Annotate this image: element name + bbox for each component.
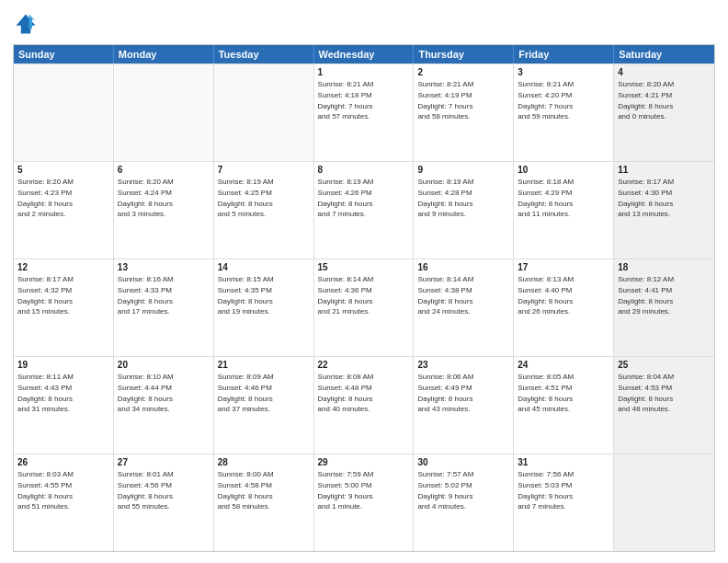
day-cell-31: 31Sunrise: 7:56 AMSunset: 5:03 PMDayligh… xyxy=(514,454,614,551)
day-number: 20 xyxy=(118,360,210,370)
day-cell-26: 26Sunrise: 8:03 AMSunset: 4:55 PMDayligh… xyxy=(14,454,114,551)
day-cell-19: 19Sunrise: 8:11 AMSunset: 4:43 PMDayligh… xyxy=(14,357,114,454)
empty-cell-0-2 xyxy=(214,64,314,161)
empty-cell-0-1 xyxy=(114,64,214,161)
day-cell-21: 21Sunrise: 8:09 AMSunset: 4:46 PMDayligh… xyxy=(214,357,314,454)
cell-info: Sunrise: 8:21 AMSunset: 4:18 PMDaylight:… xyxy=(318,80,374,121)
day-number: 12 xyxy=(17,262,109,272)
day-number: 6 xyxy=(118,165,210,175)
day-number: 24 xyxy=(518,360,609,370)
day-header-wednesday: Wednesday xyxy=(314,45,415,63)
day-cell-25: 25Sunrise: 8:04 AMSunset: 4:53 PMDayligh… xyxy=(614,357,714,454)
day-number: 4 xyxy=(618,67,711,77)
cell-info: Sunrise: 8:00 AMSunset: 4:58 PMDaylight:… xyxy=(218,470,274,511)
cell-info: Sunrise: 8:09 AMSunset: 4:46 PMDaylight:… xyxy=(218,373,274,413)
day-number: 23 xyxy=(417,360,509,370)
day-cell-30: 30Sunrise: 7:57 AMSunset: 5:02 PMDayligh… xyxy=(414,454,514,551)
day-cell-22: 22Sunrise: 8:08 AMSunset: 4:48 PMDayligh… xyxy=(314,357,415,454)
cell-info: Sunrise: 8:06 AMSunset: 4:49 PMDaylight:… xyxy=(417,373,473,413)
day-number: 5 xyxy=(17,165,109,175)
cell-info: Sunrise: 8:05 AMSunset: 4:51 PMDaylight:… xyxy=(518,373,574,413)
day-cell-9: 9Sunrise: 8:19 AMSunset: 4:28 PMDaylight… xyxy=(414,162,514,259)
day-number: 8 xyxy=(318,165,410,175)
cell-info: Sunrise: 8:15 AMSunset: 4:35 PMDaylight:… xyxy=(218,275,274,316)
day-header-sunday: Sunday xyxy=(14,45,114,63)
cell-info: Sunrise: 8:19 AMSunset: 4:25 PMDaylight:… xyxy=(218,178,274,218)
day-number: 11 xyxy=(618,165,711,175)
day-cell-1: 1Sunrise: 8:21 AMSunset: 4:18 PMDaylight… xyxy=(314,64,415,161)
cell-info: Sunrise: 8:01 AMSunset: 4:56 PMDaylight:… xyxy=(118,470,174,511)
day-number: 30 xyxy=(417,457,509,467)
day-cell-7: 7Sunrise: 8:19 AMSunset: 4:25 PMDaylight… xyxy=(214,162,314,259)
cell-info: Sunrise: 8:20 AMSunset: 4:21 PMDaylight:… xyxy=(618,80,674,121)
day-cell-24: 24Sunrise: 8:05 AMSunset: 4:51 PMDayligh… xyxy=(514,357,614,454)
logo xyxy=(13,11,42,37)
cell-info: Sunrise: 8:11 AMSunset: 4:43 PMDaylight:… xyxy=(17,373,74,413)
day-cell-28: 28Sunrise: 8:00 AMSunset: 4:58 PMDayligh… xyxy=(214,454,314,551)
empty-cell-4-6 xyxy=(614,454,714,551)
cell-info: Sunrise: 7:59 AMSunset: 5:00 PMDaylight:… xyxy=(318,470,374,511)
calendar-row-4: 19Sunrise: 8:11 AMSunset: 4:43 PMDayligh… xyxy=(14,356,714,454)
cell-info: Sunrise: 8:03 AMSunset: 4:55 PMDaylight:… xyxy=(17,470,74,511)
cell-info: Sunrise: 8:21 AMSunset: 4:19 PMDaylight:… xyxy=(417,80,473,121)
cell-info: Sunrise: 8:20 AMSunset: 4:23 PMDaylight:… xyxy=(17,178,74,218)
day-cell-18: 18Sunrise: 8:12 AMSunset: 4:41 PMDayligh… xyxy=(614,259,714,356)
day-cell-17: 17Sunrise: 8:13 AMSunset: 4:40 PMDayligh… xyxy=(514,259,614,356)
cell-info: Sunrise: 8:21 AMSunset: 4:20 PMDaylight:… xyxy=(518,80,574,121)
calendar-row-3: 12Sunrise: 8:17 AMSunset: 4:32 PMDayligh… xyxy=(14,259,714,356)
day-cell-12: 12Sunrise: 8:17 AMSunset: 4:32 PMDayligh… xyxy=(14,259,114,356)
cell-info: Sunrise: 8:17 AMSunset: 4:32 PMDaylight:… xyxy=(17,275,74,316)
day-cell-8: 8Sunrise: 8:19 AMSunset: 4:26 PMDaylight… xyxy=(314,162,415,259)
svg-marker-1 xyxy=(29,15,36,29)
calendar-row-1: 1Sunrise: 8:21 AMSunset: 4:18 PMDaylight… xyxy=(14,63,714,161)
day-cell-6: 6Sunrise: 8:20 AMSunset: 4:24 PMDaylight… xyxy=(114,162,214,259)
day-number: 22 xyxy=(318,360,410,370)
calendar: SundayMondayTuesdayWednesdayThursdayFrid… xyxy=(13,44,715,552)
day-cell-4: 4Sunrise: 8:20 AMSunset: 4:21 PMDaylight… xyxy=(614,64,714,161)
cell-info: Sunrise: 8:10 AMSunset: 4:44 PMDaylight:… xyxy=(118,373,174,413)
day-number: 15 xyxy=(318,262,410,272)
day-number: 9 xyxy=(417,165,509,175)
calendar-row-5: 26Sunrise: 8:03 AMSunset: 4:55 PMDayligh… xyxy=(14,454,714,551)
day-cell-27: 27Sunrise: 8:01 AMSunset: 4:56 PMDayligh… xyxy=(114,454,214,551)
day-header-monday: Monday xyxy=(114,45,214,63)
cell-info: Sunrise: 8:14 AMSunset: 4:38 PMDaylight:… xyxy=(417,275,473,316)
day-cell-29: 29Sunrise: 7:59 AMSunset: 5:00 PMDayligh… xyxy=(314,454,415,551)
day-number: 13 xyxy=(118,262,210,272)
day-number: 2 xyxy=(417,67,509,77)
day-cell-15: 15Sunrise: 8:14 AMSunset: 4:36 PMDayligh… xyxy=(314,259,415,356)
cell-info: Sunrise: 8:13 AMSunset: 4:40 PMDaylight:… xyxy=(518,275,574,316)
day-number: 21 xyxy=(218,360,310,370)
cell-info: Sunrise: 8:12 AMSunset: 4:41 PMDaylight:… xyxy=(618,275,674,316)
day-number: 18 xyxy=(618,262,711,272)
calendar-body: 1Sunrise: 8:21 AMSunset: 4:18 PMDaylight… xyxy=(14,63,714,551)
day-number: 1 xyxy=(318,67,410,77)
day-cell-11: 11Sunrise: 8:17 AMSunset: 4:30 PMDayligh… xyxy=(614,162,714,259)
cell-info: Sunrise: 8:18 AMSunset: 4:29 PMDaylight:… xyxy=(518,178,574,218)
day-number: 19 xyxy=(17,360,109,370)
day-number: 31 xyxy=(518,457,609,467)
day-cell-13: 13Sunrise: 8:16 AMSunset: 4:33 PMDayligh… xyxy=(114,259,214,356)
calendar-row-2: 5Sunrise: 8:20 AMSunset: 4:23 PMDaylight… xyxy=(14,161,714,259)
day-number: 10 xyxy=(518,165,609,175)
day-cell-2: 2Sunrise: 8:21 AMSunset: 4:19 PMDaylight… xyxy=(414,64,514,161)
day-header-thursday: Thursday xyxy=(414,45,514,63)
day-cell-23: 23Sunrise: 8:06 AMSunset: 4:49 PMDayligh… xyxy=(414,357,514,454)
cell-info: Sunrise: 8:16 AMSunset: 4:33 PMDaylight:… xyxy=(118,275,174,316)
svg-marker-0 xyxy=(17,15,36,34)
day-header-tuesday: Tuesday xyxy=(214,45,314,63)
day-number: 17 xyxy=(518,262,609,272)
day-number: 16 xyxy=(417,262,509,272)
day-header-saturday: Saturday xyxy=(614,45,714,63)
day-number: 27 xyxy=(118,457,210,467)
day-cell-16: 16Sunrise: 8:14 AMSunset: 4:38 PMDayligh… xyxy=(414,259,514,356)
page: SundayMondayTuesdayWednesdayThursdayFrid… xyxy=(0,0,728,563)
day-number: 25 xyxy=(618,360,711,370)
calendar-header: SundayMondayTuesdayWednesdayThursdayFrid… xyxy=(14,45,714,63)
day-header-friday: Friday xyxy=(514,45,614,63)
header xyxy=(13,11,715,37)
cell-info: Sunrise: 8:17 AMSunset: 4:30 PMDaylight:… xyxy=(618,178,674,218)
day-number: 28 xyxy=(218,457,310,467)
cell-info: Sunrise: 8:08 AMSunset: 4:48 PMDaylight:… xyxy=(318,373,374,413)
cell-info: Sunrise: 8:04 AMSunset: 4:53 PMDaylight:… xyxy=(618,373,674,413)
